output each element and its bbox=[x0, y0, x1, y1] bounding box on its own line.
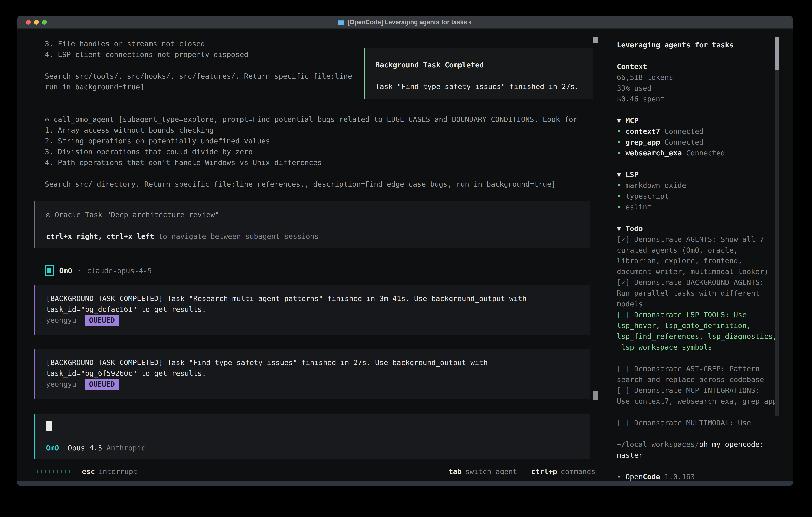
mcp-item: • websearch_exa Connected bbox=[617, 147, 779, 158]
window-bottom-edge bbox=[18, 481, 793, 486]
task-message-card: [BACKGROUND TASK COMPLETED] Task "Resear… bbox=[34, 285, 590, 335]
triangle-down-icon: ▼ bbox=[617, 224, 621, 233]
text-cursor bbox=[46, 421, 52, 431]
workspace-branch: master bbox=[617, 450, 779, 461]
ctrlp-key-label: commands bbox=[561, 466, 596, 477]
lsp-section-heading[interactable]: ▼ LSP bbox=[617, 169, 779, 180]
bullet-icon: • bbox=[617, 181, 621, 189]
context-used: 33% used bbox=[617, 83, 779, 93]
opencode-version: • OpenCode 1.0.163 bbox=[617, 471, 779, 482]
folder-icon bbox=[338, 19, 345, 25]
context-spent: $0.46 spent bbox=[617, 93, 779, 104]
task-message-line: task_id="bg_dcfac161" to get results. bbox=[46, 304, 582, 315]
bullet-icon: • bbox=[617, 149, 621, 157]
agent-header: OmO · claude-opus-4-5 bbox=[45, 266, 152, 276]
oracle-task-card[interactable]: ◎ Oracle Task "Deep architecture review"… bbox=[34, 201, 590, 248]
transcript-line: 2. String operations on potentially unde… bbox=[45, 136, 577, 146]
todo-line-done: [✓] Demonstrate BACKGROUND AGENTS: bbox=[617, 277, 779, 288]
status-bar: esc interrupt tab switch agent ctrl+p co… bbox=[37, 466, 596, 477]
context-tokens: 66,518 tokens bbox=[617, 72, 779, 83]
prompt-input[interactable]: OmO Opus 4.5 Anthropic bbox=[34, 414, 590, 459]
todo-line-pending: Use context7, websearch_exa, grep_app bbox=[617, 396, 779, 407]
todo-line-pending: [ ] Demonstrate MCP INTEGRATIONS: bbox=[617, 385, 779, 396]
todo-section-heading[interactable]: ▼ Todo bbox=[617, 223, 779, 234]
bullet-icon: • bbox=[617, 203, 621, 211]
task-meta-line: yeongyu QUEUED bbox=[46, 315, 582, 326]
todo-line-done: document-writer, multimodal-looker) bbox=[617, 266, 779, 277]
transcript-line: 4. Path operations that don't handle Win… bbox=[45, 157, 577, 168]
task-user: yeongyu bbox=[46, 316, 76, 324]
transcript-line: Search src/ directory. Return specific f… bbox=[45, 179, 577, 190]
agent-name: OmO bbox=[59, 266, 72, 276]
todo-line-done: curated agents (OmO, oracle, bbox=[617, 245, 779, 255]
close-window-button[interactable] bbox=[26, 20, 31, 25]
background-task-notification: Background Task Completed Task "Find typ… bbox=[364, 48, 593, 99]
notification-body: Task "Find type safety issues" finished … bbox=[375, 81, 592, 92]
oracle-hint-line: ctrl+x right, ctrl+x left to navigate be… bbox=[46, 231, 582, 242]
oracle-task-line: ◎ Oracle Task "Deep architecture review" bbox=[46, 209, 582, 220]
transcript-line: 1. Array access without bounds checking bbox=[45, 125, 577, 136]
todo-line-active: lsp_workspace_symbols bbox=[617, 342, 779, 353]
sidebar-session-title: Leveraging agents for tasks bbox=[617, 39, 779, 50]
window-title: [OpenCode] Leveraging agents for tasks ◐ bbox=[347, 19, 472, 26]
window-titlebar[interactable]: [OpenCode] Leveraging agents for tasks ◐ bbox=[18, 16, 793, 29]
zoom-window-button[interactable] bbox=[42, 20, 47, 25]
task-user: yeongyu bbox=[46, 380, 76, 388]
todo-line-active: [ ] Demonstrate LSP TOOLS: Use bbox=[617, 309, 779, 320]
esc-key-hint: esc bbox=[82, 466, 95, 477]
session-sidebar: Leveraging agents for tasks Context 66,5… bbox=[617, 39, 779, 482]
todo-line-pending: [ ] Demonstrate AST-GREP: Pattern bbox=[617, 363, 779, 374]
todo-line-done: librarian, explore, frontend, bbox=[617, 255, 779, 266]
triangle-down-icon: ▼ bbox=[617, 170, 621, 179]
hint-keys: ctrl+x right, ctrl+x left bbox=[46, 232, 154, 240]
status-badge: QUEUED bbox=[85, 315, 119, 326]
main-scrollbar-thumb[interactable] bbox=[593, 391, 598, 400]
omo-agent-icon bbox=[45, 265, 54, 276]
notification-title: Background Task Completed bbox=[375, 60, 592, 71]
task-meta-line: yeongyu QUEUED bbox=[46, 379, 582, 390]
sidebar-scrollbar-thumb[interactable] bbox=[775, 37, 779, 71]
bullet-icon: • bbox=[617, 472, 621, 481]
lsp-item: • eslint bbox=[617, 201, 779, 212]
task-message-line: [BACKGROUND TASK COMPLETED] Task "Resear… bbox=[46, 293, 582, 304]
mcp-item: • context7 Connected bbox=[617, 126, 779, 137]
bullet-icon: • bbox=[617, 138, 621, 146]
task-message-line: task_id="bg_6f59260c" to get results. bbox=[46, 368, 582, 379]
status-badge: QUEUED bbox=[85, 379, 119, 390]
mcp-section-heading[interactable]: ▼ MCP bbox=[617, 115, 779, 126]
todo-line-done: models bbox=[617, 299, 779, 309]
lsp-item: • typescript bbox=[617, 191, 779, 201]
tab-key-hint: tab bbox=[448, 466, 462, 477]
bullet-icon: • bbox=[617, 192, 621, 200]
todo-line-active: lsp_hover, lsp_goto_definition, bbox=[617, 320, 779, 331]
opencode-window: [OpenCode] Leveraging agents for tasks ◐… bbox=[17, 16, 793, 486]
minimize-window-button[interactable] bbox=[34, 20, 39, 25]
input-agent-name: OmO bbox=[46, 444, 59, 452]
tool-call-line: ⚙ call_omo_agent [subagent_type=explore,… bbox=[45, 114, 577, 125]
mcp-item: • grep_app Connected bbox=[617, 137, 779, 147]
transcript-line: 3. File handles or streams not closed bbox=[45, 38, 577, 49]
input-model-name: Opus 4.5 bbox=[67, 444, 102, 452]
todo-line-pending: [ ] Demonstrate MULTIMODAL: Use bbox=[617, 417, 779, 428]
ctrlp-key-hint: ctrl+p bbox=[531, 466, 557, 477]
bullet-icon: • bbox=[617, 127, 621, 135]
tab-key-label: switch agent bbox=[465, 466, 517, 477]
workspace-path: ~/local-workspaces/oh-my-opencode: bbox=[617, 439, 779, 450]
desktop: [OpenCode] Leveraging agents for tasks ◐… bbox=[0, 0, 812, 517]
input-provider-name: Anthropic bbox=[107, 444, 145, 452]
spinner-dots bbox=[37, 470, 70, 473]
input-model-line: OmO Opus 4.5 Anthropic bbox=[46, 443, 582, 454]
task-message-card: [BACKGROUND TASK COMPLETED] Task "Find t… bbox=[34, 349, 590, 399]
esc-key-label: interrupt bbox=[98, 466, 138, 477]
lsp-item: • markdown-oxide bbox=[617, 180, 779, 191]
main-scrollbar-thumb[interactable] bbox=[593, 37, 598, 43]
sidebar-scrollbar-track[interactable] bbox=[775, 37, 779, 416]
agent-model: claude-opus-4-5 bbox=[87, 266, 152, 276]
transcript-line: 3. Division operations that could divide… bbox=[45, 146, 577, 157]
todo-line-pending: search and replace across codebase bbox=[617, 374, 779, 385]
target-icon: ◎ bbox=[46, 211, 50, 219]
context-heading: Context bbox=[617, 61, 779, 72]
todo-line-done: Run parallel tasks with different bbox=[617, 288, 779, 299]
todo-line-done: [✓] Demonstrate AGENTS: Show all 7 bbox=[617, 234, 779, 245]
gear-icon: ⚙ bbox=[45, 115, 49, 124]
